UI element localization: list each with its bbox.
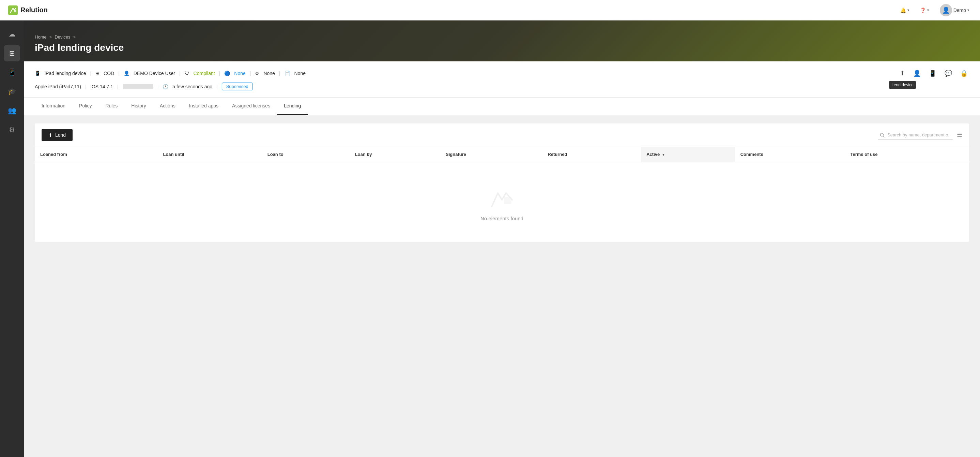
nav-right: 🔔 ▾ ❓ ▾ 👤 Demo ▾ bbox=[897, 2, 972, 18]
users-icon: 👥 bbox=[8, 106, 16, 115]
cloud-icon: ☁ bbox=[8, 30, 15, 38]
doc-value: None bbox=[294, 70, 305, 76]
breadcrumb-sep2: > bbox=[73, 34, 76, 40]
col-loaned-from: Loaned from bbox=[35, 147, 158, 162]
list-view-button[interactable]: ☰ bbox=[957, 131, 962, 139]
graduation-icon: 🎓 bbox=[8, 87, 16, 96]
gear-icon: ⚙ bbox=[9, 126, 15, 134]
page-title: iPad lending device bbox=[35, 42, 969, 53]
lend-device-button[interactable]: ⬆ Lend device bbox=[899, 68, 907, 78]
location-icon: 🔵 bbox=[224, 70, 230, 76]
tabs-bar: Information Policy Rules History Actions… bbox=[24, 97, 980, 115]
device-name: iPad lending device bbox=[45, 70, 86, 76]
help-chevron: ▾ bbox=[927, 8, 929, 12]
message-action-button[interactable]: 💬 bbox=[943, 68, 953, 78]
logo-icon bbox=[8, 5, 18, 15]
lending-panel: ⬆ Lend ☰ bbox=[35, 123, 969, 242]
app-logo[interactable]: Relution bbox=[8, 5, 48, 15]
config-value: None bbox=[263, 70, 275, 76]
col-returned: Returned bbox=[542, 147, 641, 162]
sort-icon: ▾ bbox=[662, 152, 665, 157]
col-active[interactable]: Active ▾ bbox=[641, 147, 735, 162]
tab-history[interactable]: History bbox=[124, 97, 153, 115]
lending-toolbar: ⬆ Lend ☰ bbox=[35, 123, 969, 147]
col-loan-to: Loan to bbox=[262, 147, 350, 162]
tab-installed-apps[interactable]: Installed apps bbox=[182, 97, 225, 115]
logo-text: Relution bbox=[21, 6, 48, 14]
user-action-button[interactable]: 👤 bbox=[912, 68, 922, 78]
page-header: Home > Devices > iPad lending device bbox=[24, 21, 980, 61]
breadcrumb-home[interactable]: Home bbox=[35, 34, 47, 40]
lend-button[interactable]: ⬆ Lend bbox=[41, 129, 73, 141]
serial-redacted bbox=[123, 84, 153, 89]
svg-rect-1 bbox=[14, 10, 16, 12]
table-header-row: Loaned from Loan until Loan to Loan by S… bbox=[35, 147, 969, 162]
grid-icon: ⊞ bbox=[9, 49, 15, 57]
clock-icon: 🕐 bbox=[162, 84, 168, 89]
tab-lending[interactable]: Lending bbox=[277, 97, 308, 115]
tab-assigned-licenses[interactable]: Assigned licenses bbox=[225, 97, 277, 115]
col-comments: Comments bbox=[735, 147, 845, 162]
doc-icon: 📄 bbox=[285, 70, 290, 76]
empty-state-icon bbox=[488, 183, 515, 210]
tab-actions[interactable]: Actions bbox=[153, 97, 182, 115]
search-input[interactable] bbox=[878, 130, 953, 140]
notifications-button[interactable]: 🔔 ▾ bbox=[897, 5, 912, 15]
lend-button-label: Lend bbox=[55, 132, 66, 138]
management-type: COD bbox=[103, 70, 114, 76]
management-icon: ⊞ bbox=[95, 70, 100, 76]
search-icon bbox=[880, 133, 885, 137]
lock-action-button[interactable]: 🔒 bbox=[959, 68, 969, 78]
device-info-row-2: Apple iPad (iPad7,11) | iOS 14.7.1 | | 🕐… bbox=[35, 83, 969, 90]
tab-rules[interactable]: Rules bbox=[99, 97, 124, 115]
user-menu-button[interactable]: 👤 Demo ▾ bbox=[937, 2, 972, 18]
sidebar: ☁ ⊞ 📱 🎓 👥 ⚙ bbox=[0, 21, 24, 457]
user-chevron: ▾ bbox=[967, 8, 969, 12]
sidebar-item-education[interactable]: 🎓 bbox=[4, 83, 20, 99]
device-user: DEMO Device User bbox=[134, 70, 175, 76]
empty-state-text: No elements found bbox=[480, 216, 523, 221]
help-icon: ❓ bbox=[920, 8, 926, 13]
device-type-icon: 📱 bbox=[35, 70, 41, 76]
table-header: Loaned from Loan until Loan to Loan by S… bbox=[35, 147, 969, 162]
lock-icon: 🔒 bbox=[960, 70, 968, 77]
breadcrumb: Home > Devices > bbox=[35, 34, 969, 40]
col-loan-by: Loan by bbox=[350, 147, 440, 162]
compliance-icon: 🛡 bbox=[185, 70, 189, 76]
help-button[interactable]: ❓ ▾ bbox=[917, 5, 932, 15]
lend-tooltip: Lend device bbox=[889, 81, 916, 89]
sidebar-item-settings[interactable]: ⚙ bbox=[4, 121, 20, 138]
svg-rect-0 bbox=[8, 5, 18, 15]
tab-policy[interactable]: Policy bbox=[72, 97, 99, 115]
svg-rect-4 bbox=[504, 197, 511, 204]
message-icon: 💬 bbox=[945, 70, 952, 77]
sidebar-item-users[interactable]: 👥 bbox=[4, 102, 20, 119]
col-terms-of-use: Terms of use bbox=[845, 147, 969, 162]
lending-table: Loaned from Loan until Loan to Loan by S… bbox=[35, 147, 969, 162]
last-seen: a few seconds ago bbox=[172, 84, 212, 89]
breadcrumb-devices[interactable]: Devices bbox=[54, 34, 70, 40]
sidebar-item-dashboard[interactable]: ⊞ bbox=[4, 45, 20, 61]
device-action-icon: 📱 bbox=[929, 70, 936, 77]
supervised-badge[interactable]: Supervised bbox=[222, 83, 253, 90]
device-info-row-1: 📱 iPad lending device | ⊞ COD | 👤 DEMO D… bbox=[35, 68, 969, 78]
sidebar-item-devices[interactable]: ☁ bbox=[4, 26, 20, 42]
mobile-icon: 📱 bbox=[8, 68, 16, 77]
breadcrumb-sep1: > bbox=[49, 34, 52, 40]
search-area: ☰ bbox=[878, 130, 962, 140]
sidebar-item-mobile[interactable]: 📱 bbox=[4, 64, 20, 80]
app-layout: ☁ ⊞ 📱 🎓 👥 ⚙ Home > Devices > iPad lendin bbox=[0, 21, 980, 457]
col-loan-until: Loan until bbox=[158, 147, 262, 162]
tab-information[interactable]: Information bbox=[35, 97, 72, 115]
top-navigation: Relution 🔔 ▾ ❓ ▾ 👤 Demo ▾ bbox=[0, 0, 980, 21]
notifications-chevron: ▾ bbox=[907, 8, 909, 12]
svg-line-3 bbox=[883, 136, 885, 137]
device-os: iOS 14.7.1 bbox=[91, 84, 113, 89]
list-icon: ☰ bbox=[957, 132, 962, 139]
search-wrapper bbox=[878, 130, 953, 140]
avatar-icon: 👤 bbox=[942, 6, 950, 14]
user-name: Demo bbox=[953, 8, 966, 13]
user-action-icon: 👤 bbox=[913, 70, 921, 77]
device-action-button[interactable]: 📱 bbox=[928, 68, 938, 78]
location-value: None bbox=[234, 70, 245, 76]
